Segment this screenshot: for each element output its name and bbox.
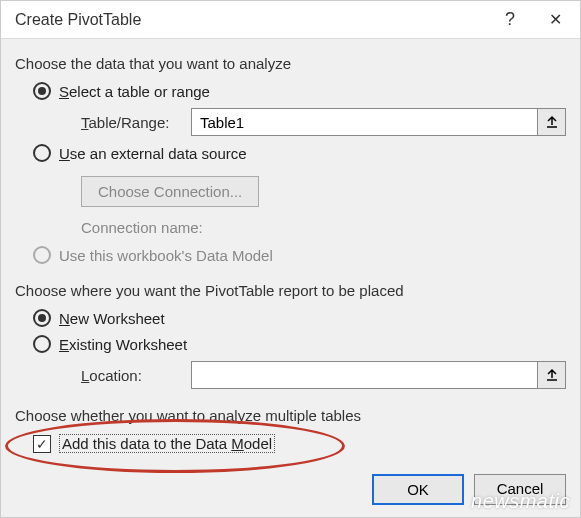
section-analyze-label: Choose the data that you want to analyze: [15, 55, 566, 72]
section-multiple-tables: Choose whether you want to analyze multi…: [15, 407, 566, 453]
radio-icon: [33, 82, 51, 100]
radio-workbook-data-model: Use this workbook's Data Model: [33, 246, 566, 264]
checkbox-label: Add this data to the Data Model: [59, 434, 275, 453]
radio-label: Use this workbook's Data Model: [59, 247, 273, 264]
location-row: Location:: [81, 361, 566, 389]
radio-icon: [33, 335, 51, 353]
location-label: Location:: [81, 367, 181, 384]
collapse-dialog-icon[interactable]: [538, 108, 566, 136]
radio-label: Select a table or range: [59, 83, 210, 100]
close-icon[interactable]: ✕: [543, 10, 568, 29]
choose-connection-button: Choose Connection...: [81, 176, 259, 207]
location-input-wrap: [191, 361, 566, 389]
create-pivottable-dialog: Create PivotTable ? ✕ Choose the data th…: [0, 0, 581, 518]
table-range-input[interactable]: [191, 108, 538, 136]
section-multiple-tables-label: Choose whether you want to analyze multi…: [15, 407, 566, 424]
help-icon[interactable]: ?: [505, 9, 515, 30]
dialog-content: Choose the data that you want to analyze…: [1, 39, 580, 481]
radio-external-source[interactable]: Use an external data source: [33, 144, 566, 162]
radio-label: Use an external data source: [59, 145, 247, 162]
table-range-row: Table/Range:: [81, 108, 566, 136]
radio-icon: [33, 246, 51, 264]
section-placement: Choose where you want the PivotTable rep…: [15, 282, 566, 389]
ok-button[interactable]: OK: [372, 474, 464, 505]
checkbox-add-to-data-model[interactable]: Add this data to the Data Model: [33, 434, 566, 453]
radio-new-worksheet[interactable]: New Worksheet: [33, 309, 566, 327]
checkbox-icon: [33, 435, 51, 453]
table-range-input-wrap: [191, 108, 566, 136]
cancel-button[interactable]: Cancel: [474, 474, 566, 505]
radio-existing-worksheet[interactable]: Existing Worksheet: [33, 335, 566, 353]
radio-icon: [33, 309, 51, 327]
dialog-buttons: OK Cancel: [372, 474, 566, 505]
section-analyze: Choose the data that you want to analyze…: [15, 55, 566, 264]
table-range-label: Table/Range:: [81, 114, 181, 131]
collapse-dialog-icon[interactable]: [538, 361, 566, 389]
dialog-title: Create PivotTable: [15, 11, 141, 29]
titlebar: Create PivotTable ? ✕: [1, 1, 580, 39]
section-placement-label: Choose where you want the PivotTable rep…: [15, 282, 566, 299]
radio-icon: [33, 144, 51, 162]
radio-select-table-range[interactable]: Select a table or range: [33, 82, 566, 100]
radio-label: New Worksheet: [59, 310, 165, 327]
connection-name-label: Connection name:: [81, 219, 566, 236]
titlebar-controls: ? ✕: [505, 9, 568, 30]
location-input[interactable]: [191, 361, 538, 389]
radio-label: Existing Worksheet: [59, 336, 187, 353]
